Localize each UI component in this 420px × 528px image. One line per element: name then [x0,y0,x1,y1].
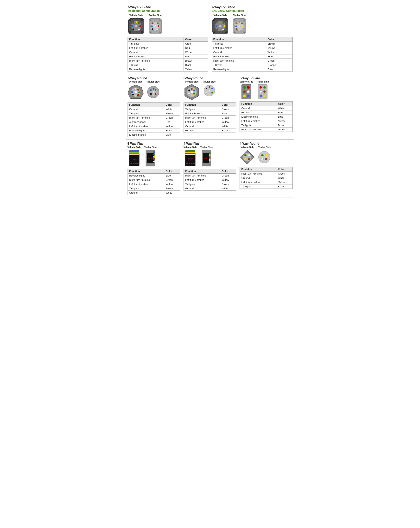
svg-point-68 [153,88,154,90]
svg-point-79 [193,90,195,91]
svg-point-147 [248,154,251,156]
table-row: GroundWhite [240,176,292,180]
table-row: Right turn / brakesGreen [240,128,292,132]
vehicle-diagram-7way-round: Vehicle Side [128,80,144,100]
svg-rect-129 [185,153,195,154]
svg-point-41 [222,28,224,30]
svg-point-61 [138,91,140,93]
svg-point-12 [132,28,134,30]
svg-point-73 [150,89,152,91]
vehicle-label-rv-trad: Vehicle Side [129,14,143,17]
table-row: +12 voltOrange [212,63,292,67]
table-row: Right turn / brakesGreen [128,178,180,182]
svg-rect-122 [153,154,155,155]
trailer-diagram-rv-sae: Trailer Side [232,14,247,35]
svg-point-49 [236,23,238,24]
svg-rect-143 [209,159,210,161]
svg-rect-128 [185,152,195,153]
section-5way-flat: 5-Way Flat Vehicle Side CURT ® [126,140,182,197]
trailer-connector-4way-round [258,149,271,165]
section-title-6way-square: 6-Way Square [240,77,292,80]
svg-point-18 [159,31,161,33]
trailer-diagram-6way-square: Trailer Side [256,80,269,99]
table-row: Left turn / brakesYellow [183,178,236,182]
trailer-label-7way-round: Trailer Side [147,80,160,83]
svg-point-38 [215,25,217,27]
section-rv-blade-sae: 7-Way RV Blade SAE J2863 Configuration V… [210,3,294,74]
diagrams-row-rv-trad: Vehicle Side [128,14,208,35]
table-row: Left turn / brakesYellow [128,124,180,129]
table-row: Electric brakesBlue [183,111,236,116]
trailer-connector-5way-flat: CURT [145,149,156,167]
svg-rect-121 [153,151,155,153]
th-function: Function [128,37,183,42]
diagrams-row-rv-sae: Vehicle Side [212,14,293,35]
svg-point-10 [131,25,133,27]
svg-point-35 [216,22,218,24]
svg-point-93 [243,86,246,89]
svg-point-145 [243,153,252,161]
table-row: GroundWhite [128,50,208,54]
table-row: +12 voltBlack [128,63,208,67]
section-subtitle-rv-blade-trad: Traditional Configuration [128,9,208,12]
vehicle-connector-rv-trad [128,17,145,35]
table-row: TaillightsBrown [183,182,236,186]
trailer-connector-4way-flat: CURT [202,149,211,167]
table-row: Reverse lightsBlue [128,174,180,178]
svg-point-30 [225,19,227,21]
table-row: Electric brakesBlue [128,133,180,137]
diagrams-row-7way-round: Vehicle Side Trailer Si [128,80,180,100]
table-row: GroundWhite [240,106,292,110]
table-row: Right turn / brakesBrown [128,59,208,63]
svg-rect-130 [185,154,195,155]
vehicle-diagram-rv-sae: Vehicle Side [212,14,229,35]
table-row: TaillightsBrown [240,184,292,189]
table-row: Reverse lightsGrey [212,67,292,72]
svg-text:CURT: CURT [188,158,193,160]
table-row: GroundWhite [128,191,180,195]
table-row: Right turn / brakesGreen [240,172,292,176]
svg-point-101 [264,86,266,89]
table-row: TaillightsBrown [212,42,292,46]
svg-point-95 [243,90,246,93]
table-row: Left turn / brakesYellow [240,119,292,123]
vehicle-connector-5way-flat: CURT ® [129,149,140,167]
vehicle-label-5way-flat: Vehicle Side [128,146,141,149]
svg-point-50 [239,22,240,23]
svg-point-89 [209,94,210,95]
section-rv-blade-traditional: 7-Way RV Blade Traditional Configuration… [126,3,210,74]
table-row: +12 voltRed [240,110,292,115]
table-row: Left turn / brakesYellow [212,46,292,50]
table-row: GroundWhite [183,186,236,191]
svg-point-77 [190,91,193,93]
vehicle-label-rv-sae: Vehicle Side [213,14,227,17]
svg-point-103 [264,90,266,93]
svg-point-15 [150,19,152,21]
svg-rect-142 [209,157,210,158]
svg-point-85 [208,90,210,92]
svg-point-94 [247,86,250,89]
svg-point-83 [188,90,190,91]
table-6way-square: Function Color GroundWhite +12 voltRed E… [240,101,292,132]
svg-point-39 [224,25,225,27]
svg-point-55 [241,28,243,30]
table-row: Auxiliary powerRed [128,120,180,124]
table-4way-flat: Function Color Right turn / brakesGreen … [183,169,236,191]
trailer-label-4way-flat: Trailer Side [200,146,213,149]
svg-point-154 [265,158,267,160]
svg-point-43 [234,19,236,21]
svg-point-8 [135,21,137,23]
section-title-6way-round: 6-Way Round [183,77,236,80]
svg-point-60 [137,89,139,91]
table-row: Left turn / brakesYellow [128,182,180,186]
svg-point-46 [243,31,245,33]
svg-point-40 [216,28,218,30]
svg-point-151 [261,154,264,156]
table-row: TaillightsBrown [128,111,180,116]
svg-point-26 [152,28,154,30]
svg-rect-124 [153,158,155,160]
svg-point-63 [135,95,137,97]
vehicle-diagram-4way-round: Vehicle Side [240,146,255,165]
trailer-label-6way-round: Trailer Side [203,80,216,83]
svg-point-70 [155,93,156,95]
